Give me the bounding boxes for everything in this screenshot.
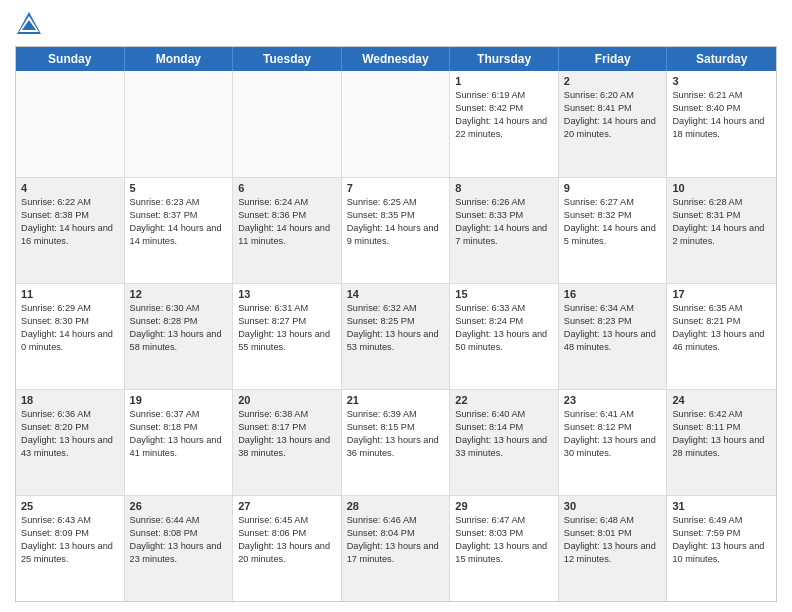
cell-text: Sunrise: 6:46 AM Sunset: 8:04 PM Dayligh… (347, 514, 445, 566)
day-number: 11 (21, 288, 119, 300)
day-number: 19 (130, 394, 228, 406)
day-number: 12 (130, 288, 228, 300)
day-number: 6 (238, 182, 336, 194)
cal-cell (125, 71, 234, 177)
cal-cell: 13Sunrise: 6:31 AM Sunset: 8:27 PM Dayli… (233, 284, 342, 389)
cal-header-tuesday: Tuesday (233, 47, 342, 71)
day-number: 25 (21, 500, 119, 512)
day-number: 22 (455, 394, 553, 406)
cal-cell: 21Sunrise: 6:39 AM Sunset: 8:15 PM Dayli… (342, 390, 451, 495)
cell-text: Sunrise: 6:34 AM Sunset: 8:23 PM Dayligh… (564, 302, 662, 354)
cell-text: Sunrise: 6:20 AM Sunset: 8:41 PM Dayligh… (564, 89, 662, 141)
cal-cell: 8Sunrise: 6:26 AM Sunset: 8:33 PM Daylig… (450, 178, 559, 283)
cal-cell: 1Sunrise: 6:19 AM Sunset: 8:42 PM Daylig… (450, 71, 559, 177)
cal-cell: 23Sunrise: 6:41 AM Sunset: 8:12 PM Dayli… (559, 390, 668, 495)
cell-text: Sunrise: 6:38 AM Sunset: 8:17 PM Dayligh… (238, 408, 336, 460)
cal-cell: 30Sunrise: 6:48 AM Sunset: 8:01 PM Dayli… (559, 496, 668, 601)
cell-text: Sunrise: 6:28 AM Sunset: 8:31 PM Dayligh… (672, 196, 771, 248)
cal-cell (342, 71, 451, 177)
day-number: 27 (238, 500, 336, 512)
cal-header-sunday: Sunday (16, 47, 125, 71)
cell-text: Sunrise: 6:29 AM Sunset: 8:30 PM Dayligh… (21, 302, 119, 354)
cell-text: Sunrise: 6:24 AM Sunset: 8:36 PM Dayligh… (238, 196, 336, 248)
cell-text: Sunrise: 6:45 AM Sunset: 8:06 PM Dayligh… (238, 514, 336, 566)
cal-cell: 28Sunrise: 6:46 AM Sunset: 8:04 PM Dayli… (342, 496, 451, 601)
day-number: 28 (347, 500, 445, 512)
cal-header-monday: Monday (125, 47, 234, 71)
cal-cell: 10Sunrise: 6:28 AM Sunset: 8:31 PM Dayli… (667, 178, 776, 283)
day-number: 7 (347, 182, 445, 194)
day-number: 14 (347, 288, 445, 300)
cal-row-5: 25Sunrise: 6:43 AM Sunset: 8:09 PM Dayli… (16, 495, 776, 601)
day-number: 16 (564, 288, 662, 300)
cell-text: Sunrise: 6:19 AM Sunset: 8:42 PM Dayligh… (455, 89, 553, 141)
cal-row-1: 1Sunrise: 6:19 AM Sunset: 8:42 PM Daylig… (16, 71, 776, 177)
cal-cell: 6Sunrise: 6:24 AM Sunset: 8:36 PM Daylig… (233, 178, 342, 283)
logo (15, 10, 47, 38)
cal-row-2: 4Sunrise: 6:22 AM Sunset: 8:38 PM Daylig… (16, 177, 776, 283)
day-number: 2 (564, 75, 662, 87)
cal-cell: 15Sunrise: 6:33 AM Sunset: 8:24 PM Dayli… (450, 284, 559, 389)
day-number: 15 (455, 288, 553, 300)
cal-cell: 22Sunrise: 6:40 AM Sunset: 8:14 PM Dayli… (450, 390, 559, 495)
cal-cell: 11Sunrise: 6:29 AM Sunset: 8:30 PM Dayli… (16, 284, 125, 389)
cal-cell: 27Sunrise: 6:45 AM Sunset: 8:06 PM Dayli… (233, 496, 342, 601)
cal-cell: 9Sunrise: 6:27 AM Sunset: 8:32 PM Daylig… (559, 178, 668, 283)
cal-cell: 24Sunrise: 6:42 AM Sunset: 8:11 PM Dayli… (667, 390, 776, 495)
day-number: 29 (455, 500, 553, 512)
calendar-body: 1Sunrise: 6:19 AM Sunset: 8:42 PM Daylig… (16, 71, 776, 601)
cell-text: Sunrise: 6:37 AM Sunset: 8:18 PM Dayligh… (130, 408, 228, 460)
cell-text: Sunrise: 6:27 AM Sunset: 8:32 PM Dayligh… (564, 196, 662, 248)
cal-header-wednesday: Wednesday (342, 47, 451, 71)
cal-cell (233, 71, 342, 177)
cal-header-thursday: Thursday (450, 47, 559, 71)
cal-cell: 7Sunrise: 6:25 AM Sunset: 8:35 PM Daylig… (342, 178, 451, 283)
day-number: 13 (238, 288, 336, 300)
day-number: 24 (672, 394, 771, 406)
cal-row-3: 11Sunrise: 6:29 AM Sunset: 8:30 PM Dayli… (16, 283, 776, 389)
logo-icon (15, 10, 43, 38)
cal-cell: 29Sunrise: 6:47 AM Sunset: 8:03 PM Dayli… (450, 496, 559, 601)
cell-text: Sunrise: 6:25 AM Sunset: 8:35 PM Dayligh… (347, 196, 445, 248)
cell-text: Sunrise: 6:30 AM Sunset: 8:28 PM Dayligh… (130, 302, 228, 354)
cell-text: Sunrise: 6:44 AM Sunset: 8:08 PM Dayligh… (130, 514, 228, 566)
day-number: 1 (455, 75, 553, 87)
cell-text: Sunrise: 6:23 AM Sunset: 8:37 PM Dayligh… (130, 196, 228, 248)
day-number: 10 (672, 182, 771, 194)
day-number: 8 (455, 182, 553, 194)
day-number: 4 (21, 182, 119, 194)
page: SundayMondayTuesdayWednesdayThursdayFrid… (0, 0, 792, 612)
day-number: 26 (130, 500, 228, 512)
cell-text: Sunrise: 6:43 AM Sunset: 8:09 PM Dayligh… (21, 514, 119, 566)
calendar: SundayMondayTuesdayWednesdayThursdayFrid… (15, 46, 777, 602)
cal-header-friday: Friday (559, 47, 668, 71)
cal-cell: 5Sunrise: 6:23 AM Sunset: 8:37 PM Daylig… (125, 178, 234, 283)
day-number: 30 (564, 500, 662, 512)
cell-text: Sunrise: 6:35 AM Sunset: 8:21 PM Dayligh… (672, 302, 771, 354)
cal-cell: 18Sunrise: 6:36 AM Sunset: 8:20 PM Dayli… (16, 390, 125, 495)
cell-text: Sunrise: 6:42 AM Sunset: 8:11 PM Dayligh… (672, 408, 771, 460)
calendar-header: SundayMondayTuesdayWednesdayThursdayFrid… (16, 47, 776, 71)
cell-text: Sunrise: 6:31 AM Sunset: 8:27 PM Dayligh… (238, 302, 336, 354)
cal-cell (16, 71, 125, 177)
cal-cell: 2Sunrise: 6:20 AM Sunset: 8:41 PM Daylig… (559, 71, 668, 177)
day-number: 3 (672, 75, 771, 87)
day-number: 5 (130, 182, 228, 194)
day-number: 21 (347, 394, 445, 406)
day-number: 20 (238, 394, 336, 406)
cell-text: Sunrise: 6:48 AM Sunset: 8:01 PM Dayligh… (564, 514, 662, 566)
cal-cell: 17Sunrise: 6:35 AM Sunset: 8:21 PM Dayli… (667, 284, 776, 389)
cal-cell: 3Sunrise: 6:21 AM Sunset: 8:40 PM Daylig… (667, 71, 776, 177)
cal-cell: 4Sunrise: 6:22 AM Sunset: 8:38 PM Daylig… (16, 178, 125, 283)
cal-cell: 31Sunrise: 6:49 AM Sunset: 7:59 PM Dayli… (667, 496, 776, 601)
cal-cell: 20Sunrise: 6:38 AM Sunset: 8:17 PM Dayli… (233, 390, 342, 495)
cal-row-4: 18Sunrise: 6:36 AM Sunset: 8:20 PM Dayli… (16, 389, 776, 495)
cell-text: Sunrise: 6:40 AM Sunset: 8:14 PM Dayligh… (455, 408, 553, 460)
day-number: 17 (672, 288, 771, 300)
cell-text: Sunrise: 6:41 AM Sunset: 8:12 PM Dayligh… (564, 408, 662, 460)
cal-cell: 14Sunrise: 6:32 AM Sunset: 8:25 PM Dayli… (342, 284, 451, 389)
cell-text: Sunrise: 6:33 AM Sunset: 8:24 PM Dayligh… (455, 302, 553, 354)
cell-text: Sunrise: 6:22 AM Sunset: 8:38 PM Dayligh… (21, 196, 119, 248)
cell-text: Sunrise: 6:26 AM Sunset: 8:33 PM Dayligh… (455, 196, 553, 248)
cell-text: Sunrise: 6:32 AM Sunset: 8:25 PM Dayligh… (347, 302, 445, 354)
